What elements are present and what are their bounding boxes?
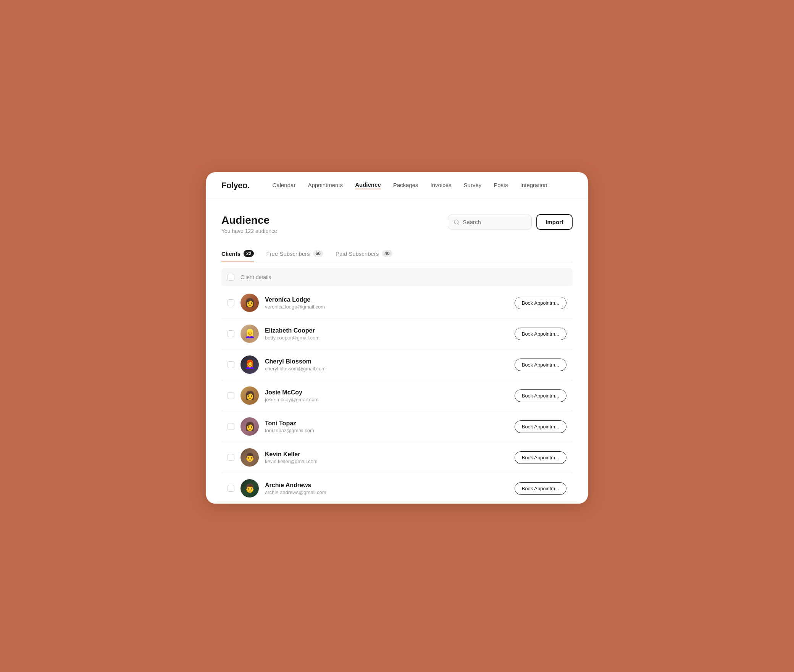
client-info: Veronica Lodge veronica.lodge@gmail.com bbox=[265, 296, 508, 310]
client-info: Toni Topaz toni.topaz@gmail.com bbox=[265, 420, 508, 433]
import-button[interactable]: Import bbox=[536, 214, 573, 230]
client-name: Veronica Lodge bbox=[265, 296, 508, 303]
search-icon bbox=[453, 219, 460, 225]
tab-clients-label: Clients bbox=[221, 250, 240, 257]
client-name: Josie McCoy bbox=[265, 389, 508, 396]
top-navigation: Folyeo. Calendar Appointments Audience P… bbox=[206, 172, 588, 199]
row-checkbox[interactable] bbox=[228, 361, 234, 368]
row-checkbox[interactable] bbox=[228, 454, 234, 461]
nav-audience[interactable]: Audience bbox=[355, 181, 381, 189]
book-appointment-button[interactable]: Book Appointm... bbox=[515, 359, 566, 371]
client-name: Archie Andrews bbox=[265, 482, 508, 489]
svg-line-1 bbox=[458, 223, 459, 225]
client-name: Cheryl Blossom bbox=[265, 358, 508, 365]
tab-clients-badge: 22 bbox=[244, 250, 254, 257]
app-card: Folyeo. Calendar Appointments Audience P… bbox=[206, 172, 588, 504]
avatar: 👱‍♀️ bbox=[240, 325, 259, 343]
avatar: 👩 bbox=[240, 386, 259, 405]
nav-invoices[interactable]: Invoices bbox=[431, 182, 452, 189]
client-info: Elizabeth Cooper betty.cooper@gmail.com bbox=[265, 327, 508, 341]
header-actions: Import bbox=[448, 214, 573, 230]
avatar-icon: 👨 bbox=[245, 483, 255, 493]
avatar: 👩 bbox=[240, 417, 259, 436]
table-row: 👩 Veronica Lodge veronica.lodge@gmail.co… bbox=[221, 288, 573, 318]
nav-appointments[interactable]: Appointments bbox=[308, 182, 343, 189]
book-appointment-button[interactable]: Book Appointm... bbox=[515, 297, 566, 309]
page-title-block: Audience You have 122 audience bbox=[221, 214, 277, 234]
table-row: 👩 Toni Topaz toni.topaz@gmail.com Book A… bbox=[221, 411, 573, 442]
avatar: 👩 bbox=[240, 294, 259, 312]
tab-paid-subscribers-badge: 40 bbox=[382, 250, 392, 257]
client-email: toni.topaz@gmail.com bbox=[265, 428, 508, 433]
client-email: archie.andrews@gmail.com bbox=[265, 489, 508, 495]
client-name: Elizabeth Cooper bbox=[265, 327, 508, 334]
nav-survey[interactable]: Survey bbox=[464, 182, 482, 189]
client-name: Kevin Keller bbox=[265, 451, 508, 458]
tab-clients[interactable]: Clients 22 bbox=[221, 246, 254, 262]
select-all-checkbox[interactable] bbox=[228, 274, 234, 281]
avatar-icon: 👱‍♀️ bbox=[245, 329, 255, 339]
book-appointment-button[interactable]: Book Appointm... bbox=[515, 482, 566, 495]
nav-packages[interactable]: Packages bbox=[393, 182, 418, 189]
tab-free-subscribers-label: Free Subscribers bbox=[266, 250, 310, 257]
nav-links: Calendar Appointments Audience Packages … bbox=[273, 181, 547, 189]
book-appointment-button[interactable]: Book Appointm... bbox=[515, 389, 566, 402]
main-content: Audience You have 122 audience Import bbox=[206, 199, 588, 504]
avatar: 👩‍🦰 bbox=[240, 355, 259, 374]
client-email: veronica.lodge@gmail.com bbox=[265, 304, 508, 310]
table-row: 👨 Kevin Keller kevin.keller@gmail.com Bo… bbox=[221, 442, 573, 473]
table-row: 👩‍🦰 Cheryl Blossom cheryl.blossom@gmail.… bbox=[221, 349, 573, 380]
avatar: 👨 bbox=[240, 479, 259, 498]
tab-free-subscribers[interactable]: Free Subscribers 60 bbox=[266, 246, 323, 262]
client-list: Client details 👩 Veronica Lodge veronica… bbox=[221, 268, 573, 504]
book-appointment-button[interactable]: Book Appointm... bbox=[515, 420, 566, 433]
nav-integrations[interactable]: Integration bbox=[520, 182, 547, 189]
avatar-icon: 👨 bbox=[245, 452, 255, 462]
avatar: 👨 bbox=[240, 448, 259, 467]
tab-paid-subscribers[interactable]: Paid Subscribers 40 bbox=[336, 246, 392, 262]
client-email: betty.cooper@gmail.com bbox=[265, 335, 508, 341]
nav-calendar[interactable]: Calendar bbox=[273, 182, 296, 189]
row-checkbox[interactable] bbox=[228, 392, 234, 399]
avatar-icon: 👩 bbox=[245, 391, 255, 401]
table-row: 👱‍♀️ Elizabeth Cooper betty.cooper@gmail… bbox=[221, 318, 573, 349]
client-info: Archie Andrews archie.andrews@gmail.com bbox=[265, 482, 508, 495]
row-checkbox[interactable] bbox=[228, 485, 234, 492]
row-checkbox[interactable] bbox=[228, 299, 234, 306]
client-info: Kevin Keller kevin.keller@gmail.com bbox=[265, 451, 508, 464]
table-row: 👨 Archie Andrews archie.andrews@gmail.co… bbox=[221, 473, 573, 504]
page-header: Audience You have 122 audience Import bbox=[221, 214, 573, 234]
tab-free-subscribers-badge: 60 bbox=[313, 250, 323, 257]
tab-paid-subscribers-label: Paid Subscribers bbox=[336, 250, 379, 257]
search-box[interactable] bbox=[448, 215, 532, 229]
book-appointment-button[interactable]: Book Appointm... bbox=[515, 451, 566, 464]
search-input[interactable] bbox=[463, 219, 526, 225]
avatar-icon: 👩‍🦰 bbox=[245, 360, 255, 370]
page-title: Audience bbox=[221, 214, 277, 226]
row-checkbox[interactable] bbox=[228, 423, 234, 430]
page-subtitle: You have 122 audience bbox=[221, 228, 277, 234]
book-appointment-button[interactable]: Book Appointm... bbox=[515, 328, 566, 340]
client-info: Cheryl Blossom cheryl.blossom@gmail.com bbox=[265, 358, 508, 372]
outer-background: Folyeo. Calendar Appointments Audience P… bbox=[198, 161, 596, 511]
app-logo: Folyeo. bbox=[221, 181, 250, 191]
client-email: kevin.keller@gmail.com bbox=[265, 459, 508, 464]
avatar-icon: 👩 bbox=[245, 422, 255, 431]
client-details-label: Client details bbox=[240, 274, 271, 280]
avatar-icon: 👩 bbox=[245, 298, 255, 308]
client-email: cheryl.blossom@gmail.com bbox=[265, 366, 508, 372]
table-row: 👩 Josie McCoy josie.mccoy@gmail.com Book… bbox=[221, 380, 573, 411]
client-list-header: Client details bbox=[221, 268, 573, 286]
client-name: Toni Topaz bbox=[265, 420, 508, 427]
nav-posts[interactable]: Posts bbox=[494, 182, 508, 189]
client-info: Josie McCoy josie.mccoy@gmail.com bbox=[265, 389, 508, 402]
tab-bar: Clients 22 Free Subscribers 60 Paid Subs… bbox=[221, 246, 573, 262]
row-checkbox[interactable] bbox=[228, 330, 234, 337]
client-email: josie.mccoy@gmail.com bbox=[265, 397, 508, 402]
